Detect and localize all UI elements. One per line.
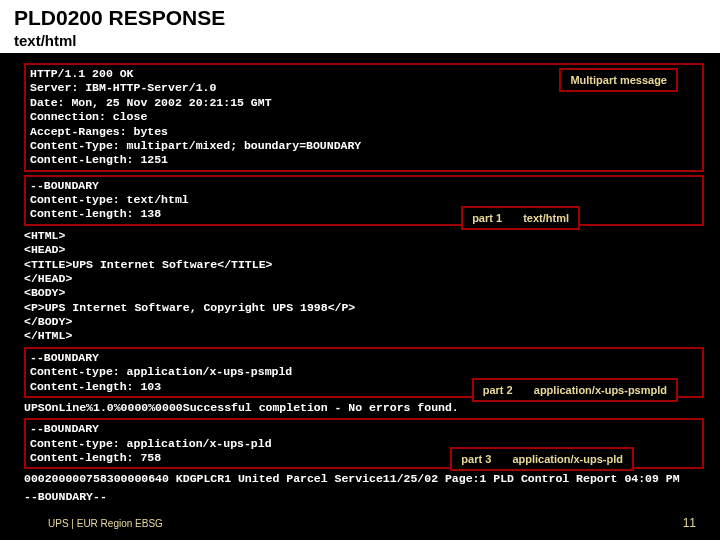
part2-label: part 2 application/x-ups-psmpld <box>472 378 678 402</box>
footer-left: UPS | EUR Region EBSG <box>48 518 163 529</box>
part3-type: application/x-ups-pld <box>512 453 623 465</box>
page-title: PLD0200 RESPONSE <box>14 6 706 30</box>
page-subtitle: text/html <box>14 32 706 49</box>
part1-header-block: --BOUNDARY Content-type: text/html Conte… <box>24 175 704 226</box>
slide-header: PLD0200 RESPONSE text/html <box>0 0 720 53</box>
part3-number: part 3 <box>461 453 509 465</box>
part1-type: text/html <box>523 212 569 224</box>
part1-number: part 1 <box>472 212 520 224</box>
page-number: 11 <box>683 516 696 530</box>
multipart-label: Multipart message <box>559 68 678 92</box>
part2-body: UPSOnLine%1.0%0000%0000Successful comple… <box>24 401 704 415</box>
response-body: HTTP/1.1 200 OK Server: IBM-HTTP-Server/… <box>0 53 720 504</box>
part3-body: 000200000758300000640 KDGPLCR1 United Pa… <box>24 472 704 486</box>
footer: UPS | EUR Region EBSG 11 <box>0 516 720 530</box>
closing-boundary: --BOUNDARY-- <box>24 490 704 504</box>
part1-body: <HTML> <HEAD> <TITLE>UPS Internet Softwa… <box>24 229 704 344</box>
part1-label: part 1 text/html <box>461 206 580 230</box>
part3-label: part 3 application/x-ups-pld <box>450 447 634 471</box>
part2-type: application/x-ups-psmpld <box>534 384 667 396</box>
part2-number: part 2 <box>483 384 531 396</box>
